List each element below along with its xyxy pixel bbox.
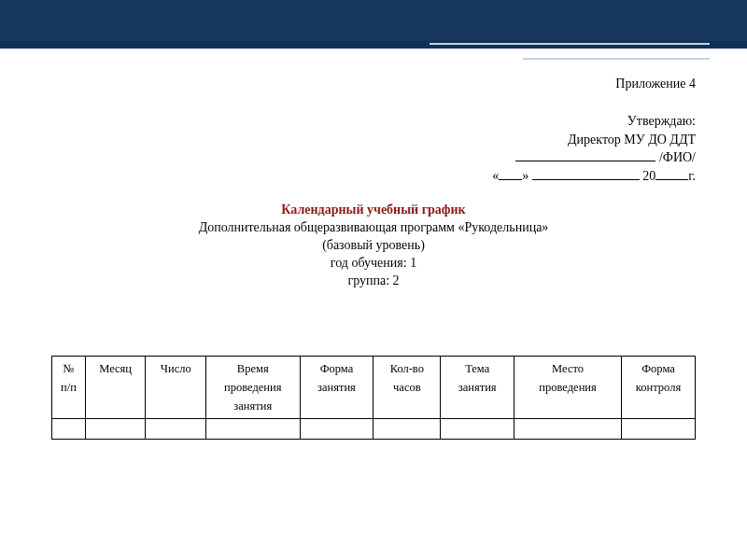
approval-block: Утверждаю: Директор МУ ДО ДДТ /ФИО/ «» 2… [51, 112, 696, 185]
col-topic: Тема занятия [441, 356, 514, 418]
decorative-line [430, 43, 710, 45]
decorative-line [523, 58, 710, 60]
col-place-l2: проведения [518, 378, 617, 397]
approve-label: Утверждаю: [51, 112, 696, 131]
program-name: Дополнительная общеразвивающая программ … [51, 219, 696, 237]
cell [514, 418, 622, 439]
cell [374, 418, 441, 439]
col-time: Время проведения занятия [206, 356, 300, 418]
study-year: год обучения: 1 [51, 255, 696, 273]
date-day-blank [499, 167, 522, 180]
col-control: Форма контроля [621, 356, 695, 418]
col-number: № п/п [52, 356, 86, 418]
col-month: Месяц [85, 356, 146, 418]
col-control-l2: контроля [626, 378, 691, 397]
date-year-prefix: 20 [640, 169, 656, 183]
cell [206, 418, 300, 439]
date-month-blank [532, 167, 640, 180]
col-time-l2: проведения [210, 378, 295, 397]
col-hours-l1: Кол-во [377, 359, 436, 378]
cell [441, 418, 514, 439]
col-hours-l2: часов [377, 378, 436, 397]
col-day-label: Число [149, 359, 202, 378]
col-month-label: Месяц [90, 359, 142, 378]
col-time-l1: Время [210, 359, 295, 378]
col-topic-l1: Тема [444, 359, 510, 378]
appendix-label: Приложение 4 [51, 77, 696, 91]
cell [146, 418, 206, 439]
col-place: Место проведения [514, 356, 622, 418]
cell [85, 418, 146, 439]
col-day: Число [146, 356, 206, 418]
date-mid: » [522, 169, 532, 183]
col-time-l3: занятия [210, 397, 295, 415]
signature-blank [515, 149, 655, 162]
col-number-l1: № [56, 359, 81, 378]
title-block: Календарный учебный график Дополнительна… [51, 202, 696, 289]
document-body: Приложение 4 Утверждаю: Директор МУ ДО Д… [0, 49, 747, 440]
col-form-l1: Форма [304, 359, 370, 378]
fio-suffix: /ФИО/ [655, 150, 696, 164]
date-year-blank [655, 167, 688, 180]
cell [621, 418, 695, 439]
col-control-l1: Форма [626, 359, 691, 378]
col-hours: Кол-во часов [374, 356, 441, 418]
col-topic-l2: занятия [444, 378, 510, 397]
col-place-l1: Место [518, 359, 617, 378]
signature-line-row: /ФИО/ [51, 148, 696, 167]
col-form-l2: занятия [304, 378, 370, 397]
date-line-row: «» 20г. [51, 167, 696, 186]
col-form: Форма занятия [300, 356, 374, 418]
table-header-row: № п/п Месяц Число Время проведения занят… [52, 356, 696, 418]
director-label: Директор МУ ДО ДДТ [51, 131, 696, 149]
group-number: группа: 2 [51, 273, 696, 290]
col-number-l2: п/п [56, 378, 81, 397]
cell [52, 418, 86, 439]
table-row [52, 418, 696, 439]
program-level: (базовый уровень) [51, 237, 696, 255]
schedule-table: № п/п Месяц Число Время проведения занят… [51, 356, 696, 440]
date-year-suffix: г. [688, 169, 696, 183]
document-title: Календарный учебный график [51, 202, 696, 219]
slide-top-banner [0, 0, 747, 49]
date-open-quote: « [492, 169, 499, 183]
cell [300, 418, 374, 439]
